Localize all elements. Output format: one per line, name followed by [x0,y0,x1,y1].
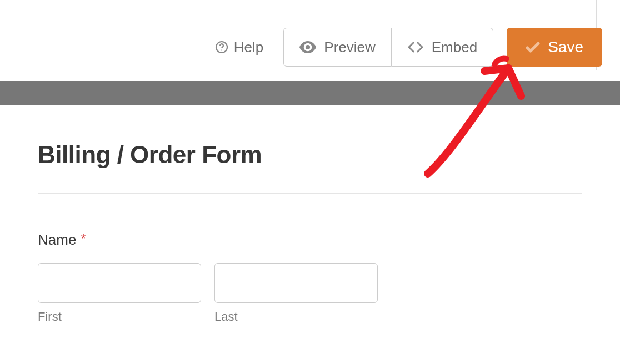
eye-icon [299,41,316,53]
svg-point-1 [221,49,222,50]
preview-label: Preview [324,39,375,56]
help-link[interactable]: Help [215,39,263,56]
save-label: Save [548,38,583,56]
required-marker: * [81,231,86,245]
field-label: Name [38,231,76,248]
preview-embed-group: Preview Embed [283,28,493,67]
first-name-subfield: First [38,263,201,324]
first-name-input[interactable] [38,263,201,303]
name-inputs-row: First Last [38,263,582,324]
divider-bar [0,81,620,105]
first-name-sublabel: First [38,310,201,324]
form-title: Billing / Order Form [38,141,582,169]
question-circle-icon [215,41,228,54]
last-name-input[interactable] [214,263,378,303]
check-icon [526,41,540,53]
field-label-row: Name * [38,231,582,249]
help-label: Help [234,39,263,56]
embed-button[interactable]: Embed [392,28,493,67]
form-panel: Billing / Order Form Name * First Last [11,105,609,364]
preview-button[interactable]: Preview [283,28,391,67]
app-root: Help Preview Embed Save Bil [0,0,620,364]
last-name-subfield: Last [214,263,378,324]
embed-label: Embed [432,39,477,56]
title-divider [38,193,582,194]
code-icon [407,41,424,53]
field-name: Name * First Last [38,231,582,324]
save-button[interactable]: Save [507,28,602,67]
last-name-sublabel: Last [214,310,378,324]
svg-point-2 [306,45,310,49]
toolbar: Help Preview Embed Save [215,28,602,67]
